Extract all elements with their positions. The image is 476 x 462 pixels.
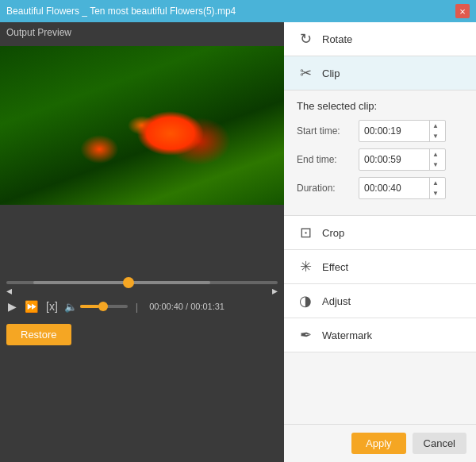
end-time-spin: ▲ ▼	[429, 149, 441, 170]
volume-area: 🔈	[64, 301, 128, 313]
bottom-buttons: Restore	[6, 318, 278, 348]
clip-icon: ✂	[297, 64, 314, 82]
flower-layer	[0, 46, 284, 205]
bottom-controls: ◂ ▸ ▶ ⏩ [x] 🔈 | 00:00:40 / 00:01:31	[0, 205, 284, 462]
main-layout: Output Preview ◂ ▸ ▶	[0, 22, 476, 462]
marker-right-icon: ▸	[272, 287, 278, 294]
clip-content: The selected clip: Start time: ▲ ▼ End t…	[284, 90, 476, 215]
output-preview-label: Output Preview	[0, 22, 284, 43]
adjust-label: Adjust	[322, 295, 351, 307]
timeline-markers: ◂ ▸	[6, 287, 278, 294]
duration-input[interactable]	[359, 180, 429, 196]
start-time-spin: ▲ ▼	[429, 121, 441, 141]
duration-spin-down[interactable]: ▼	[430, 188, 441, 198]
crop-tool-item[interactable]: ⊡ Crop	[284, 216, 476, 250]
start-time-input-wrap[interactable]: ▲ ▼	[359, 120, 446, 142]
restore-button[interactable]: Restore	[6, 324, 71, 345]
time-display: 00:00:40 / 00:01:31	[149, 302, 225, 311]
timeline-thumb[interactable]	[123, 277, 134, 288]
volume-fill	[80, 305, 99, 308]
playback-controls: ▶ ⏩ [x] 🔈 | 00:00:40 / 00:01:31	[6, 298, 278, 314]
rotate-label: Rotate	[322, 33, 352, 45]
effect-label: Effect	[322, 261, 348, 273]
video-area	[0, 46, 284, 205]
end-time-field: End time: ▲ ▼	[297, 148, 463, 171]
volume-icon: 🔈	[64, 301, 77, 313]
end-time-input-wrap[interactable]: ▲ ▼	[359, 148, 446, 171]
watermark-icon: ✒	[297, 326, 314, 344]
volume-slider[interactable]	[80, 305, 128, 308]
volume-thumb	[98, 302, 108, 311]
close-button[interactable]: ×	[455, 4, 470, 18]
clip-header[interactable]: ✂ Clip	[284, 56, 476, 90]
start-time-input[interactable]	[359, 123, 429, 139]
apply-button[interactable]: Apply	[351, 433, 406, 454]
duration-label: Duration:	[297, 183, 359, 194]
selected-clip-title: The selected clip:	[297, 100, 463, 112]
title-bar: Beautiful Flowers _ Ten most beautiful F…	[0, 0, 476, 22]
play-button[interactable]: ▶	[6, 298, 18, 314]
start-time-field: Start time: ▲ ▼	[297, 120, 463, 142]
marker-left-icon: ◂	[6, 287, 12, 294]
clip-label: Clip	[322, 67, 340, 79]
watermark-tool-item[interactable]: ✒ Watermark	[284, 318, 476, 352]
duration-field: Duration: ▲ ▼	[297, 177, 463, 199]
clip-section: ✂ Clip The selected clip: Start time: ▲ …	[284, 56, 476, 216]
end-time-input[interactable]	[359, 152, 429, 167]
crop-label: Crop	[322, 227, 344, 239]
start-time-spin-down[interactable]: ▼	[430, 131, 441, 141]
timeline-bar-area[interactable]: ◂ ▸	[6, 281, 278, 294]
timeline-range	[33, 281, 209, 284]
adjust-icon: ◑	[297, 292, 314, 310]
bottom-action-buttons: Apply Cancel	[284, 424, 476, 462]
left-panel: Output Preview ◂ ▸ ▶	[0, 22, 284, 462]
effect-tool-item[interactable]: ✳ Effect	[284, 250, 476, 284]
crop-icon: ⊡	[297, 224, 314, 241]
duration-spin: ▲ ▼	[429, 178, 441, 198]
step-forward-button[interactable]: ⏩	[23, 298, 40, 314]
watermark-label: Watermark	[322, 329, 372, 341]
rotate-tool-item[interactable]: ↻ Rotate	[284, 22, 476, 56]
start-time-spin-up[interactable]: ▲	[430, 121, 441, 131]
end-time-spin-down[interactable]: ▼	[430, 160, 441, 170]
end-time-spin-up[interactable]: ▲	[430, 149, 441, 160]
right-panel: ↻ Rotate ✂ Clip The selected clip: Start…	[284, 22, 476, 462]
divider: |	[136, 301, 138, 313]
timeline-track[interactable]	[6, 281, 278, 284]
cancel-button[interactable]: Cancel	[413, 433, 466, 454]
video-thumbnail	[0, 46, 284, 205]
effect-icon: ✳	[297, 258, 314, 275]
title-bar-text: Beautiful Flowers _ Ten most beautiful F…	[6, 6, 236, 17]
end-time-label: End time:	[297, 154, 359, 165]
adjust-tool-item[interactable]: ◑ Adjust	[284, 284, 476, 318]
rotate-icon: ↻	[297, 30, 314, 48]
duration-spin-up[interactable]: ▲	[430, 178, 441, 188]
duration-input-wrap[interactable]: ▲ ▼	[359, 177, 446, 199]
start-time-label: Start time:	[297, 125, 359, 137]
clip-button[interactable]: [x]	[44, 298, 60, 314]
